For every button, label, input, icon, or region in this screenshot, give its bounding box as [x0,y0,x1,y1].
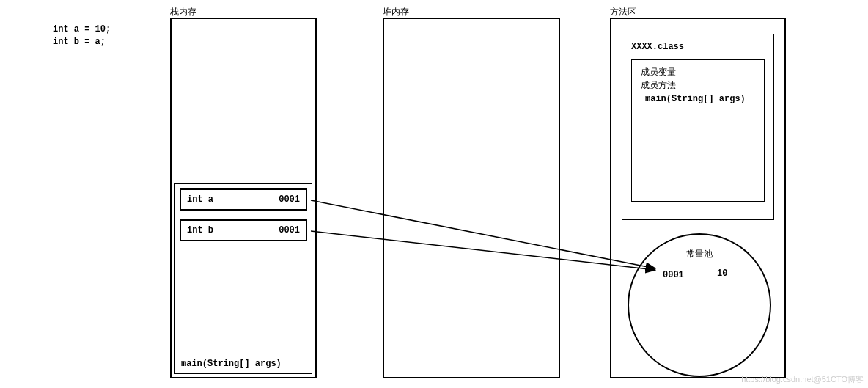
stack-frame-main: int a 0001 int b 0001 main(String[] args… [174,183,312,374]
constant-pool-title: 常量池 [686,248,713,260]
stack-var-row: int a 0001 [180,188,307,211]
class-name: XXXX.class [631,42,765,52]
stack-var-row: int b 0001 [180,219,307,241]
stack-frame-label: main(String[] args) [181,359,282,369]
stack-var-addr: 0001 [279,194,300,205]
stack-var-name: int b [187,225,213,235]
class-inner-box: 成员变量 成员方法 main(String[] args) [631,59,765,202]
constant-pool: 常量池 0001 10 [628,233,771,377]
constant-pool-addr: 0001 [663,270,684,280]
code-line-1: int a = 10; [53,23,111,36]
code-snippet: int a = 10; int b = a; [53,23,111,48]
member-var-label: 成员变量 [641,66,755,79]
stack-var-name: int a [187,194,213,205]
constant-pool-value: 10 [717,268,727,279]
class-box: XXXX.class 成员变量 成员方法 main(String[] args) [622,34,774,220]
heap-memory-box [383,18,560,378]
stack-region-label: 栈内存 [170,6,196,18]
stack-memory-box: int a 0001 int b 0001 main(String[] args… [170,18,317,378]
main-signature: main(String[] args) [641,92,755,106]
method-area-box: XXXX.class 成员变量 成员方法 main(String[] args)… [610,18,786,378]
code-line-2: int b = a; [53,36,111,48]
method-region-label: 方法区 [610,6,636,18]
constant-pool-circle: 常量池 0001 10 [628,233,771,377]
watermark: https://blog.csdn.net@51CTO博客 [741,374,864,385]
member-method-label: 成员方法 [641,79,755,92]
heap-region-label: 堆内存 [383,6,409,18]
stack-var-addr: 0001 [279,225,300,235]
